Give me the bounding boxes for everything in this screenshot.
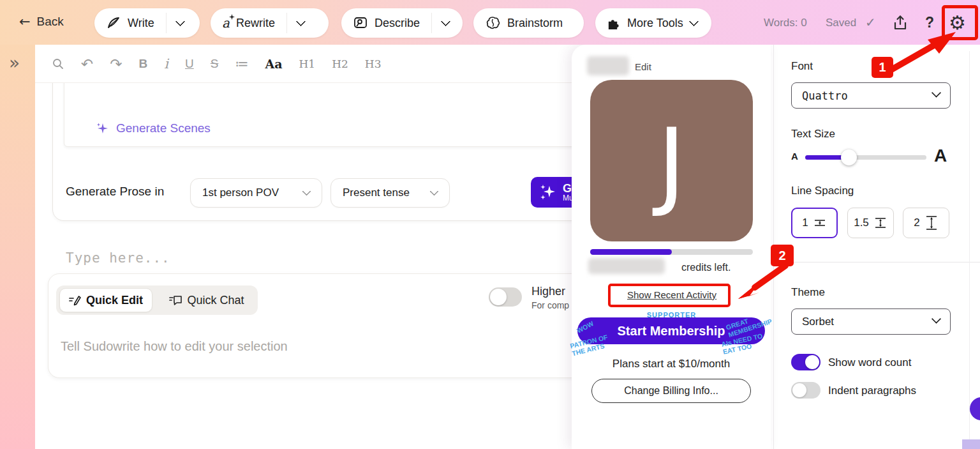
chevron-down-icon bbox=[932, 314, 942, 324]
describe-button[interactable]: Describe bbox=[341, 8, 431, 38]
editor-format-toolbar: ↶ ↷ B i U S ≔ Aa H1 H2 H3 bbox=[35, 45, 581, 83]
bold-button[interactable]: B bbox=[139, 57, 148, 71]
heading1-button[interactable]: H1 bbox=[299, 57, 316, 70]
text-size-min: A bbox=[791, 151, 798, 162]
pov-value: 1st person POV bbox=[202, 186, 279, 199]
avatar[interactable]: J bbox=[590, 80, 753, 241]
brainstorm-label: Brainstorm bbox=[507, 17, 563, 30]
scrollbar-track[interactable] bbox=[969, 51, 970, 441]
settings-divider bbox=[774, 262, 980, 263]
top-toolbar: ← Back Write a Rewrite bbox=[0, 0, 980, 45]
indent-paragraphs-label: Indent paragraphs bbox=[828, 384, 916, 397]
pov-dropdown[interactable]: 1st person POV bbox=[190, 178, 322, 208]
chevron-down-icon bbox=[932, 88, 942, 98]
redacted-username bbox=[587, 56, 629, 75]
brainstorm-button[interactable]: Brainstorm bbox=[473, 8, 584, 38]
credits-progress-fill bbox=[590, 249, 672, 255]
left-gradient-rail bbox=[0, 45, 35, 449]
generate-scenes-button[interactable]: Generate Scenes bbox=[96, 121, 211, 135]
quick-edit-input[interactable] bbox=[61, 336, 552, 356]
font-value: Quattro bbox=[802, 89, 848, 102]
rewrite-dropdown-button[interactable] bbox=[287, 8, 315, 38]
chevron-down-icon bbox=[688, 16, 699, 26]
underline-button[interactable]: U bbox=[185, 57, 194, 71]
rewrite-button[interactable]: a Rewrite bbox=[211, 8, 286, 38]
annotation-badge-2: 2 bbox=[771, 245, 794, 266]
higher-quality-toggle[interactable] bbox=[489, 287, 522, 307]
text-style-button[interactable]: Aa bbox=[265, 57, 282, 71]
tab-quick-edit-label: Quick Edit bbox=[86, 294, 143, 307]
text-size-slider-knob[interactable] bbox=[841, 149, 857, 165]
back-label: Back bbox=[37, 15, 64, 29]
heading2-button[interactable]: H2 bbox=[332, 57, 348, 70]
edit-profile-link[interactable]: Edit bbox=[635, 61, 651, 72]
bottom-lavender-strip bbox=[962, 439, 980, 449]
line-spacing-2-value: 2 bbox=[914, 217, 919, 229]
sparkles-icon bbox=[540, 183, 556, 201]
sudowrite-app: ← Back Write a Rewrite bbox=[0, 0, 980, 449]
line-spacing-15-button[interactable]: 1.5 bbox=[847, 208, 894, 238]
quick-edit-pen-icon bbox=[69, 294, 82, 306]
show-word-count-toggle[interactable] bbox=[791, 354, 820, 370]
text-size-max: A bbox=[934, 146, 947, 166]
avatar-letter: J bbox=[657, 110, 685, 211]
editor-placeholder[interactable]: Type here... bbox=[66, 250, 170, 266]
chevron-down-icon bbox=[296, 16, 306, 26]
more-tools-label: More Tools bbox=[627, 17, 683, 30]
font-select[interactable]: Quattro bbox=[791, 82, 951, 109]
write-dropdown-button[interactable] bbox=[167, 8, 194, 38]
chevron-down-icon bbox=[429, 186, 438, 195]
write-button-group: Write bbox=[94, 8, 200, 38]
line-spacing-label: Line Spacing bbox=[791, 185, 854, 197]
write-label: Write bbox=[128, 17, 154, 30]
plans-note: Plans start at $10/month bbox=[572, 358, 771, 370]
strikethrough-button[interactable]: S bbox=[211, 57, 219, 71]
theme-select[interactable]: Sorbet bbox=[791, 308, 951, 335]
tense-dropdown[interactable]: Present tense bbox=[330, 178, 450, 208]
back-button[interactable]: ← Back bbox=[19, 14, 64, 29]
describe-dropdown-button[interactable] bbox=[432, 8, 459, 38]
brain-icon bbox=[485, 15, 501, 31]
heading3-button[interactable]: H3 bbox=[365, 57, 382, 70]
change-billing-button[interactable]: Change Billing Info... bbox=[591, 379, 751, 403]
word-count-status: Words: 0 bbox=[764, 17, 807, 29]
credits-progress-bar bbox=[590, 249, 753, 255]
indent-paragraphs-toggle[interactable] bbox=[791, 382, 820, 399]
redacted-credits-amount bbox=[588, 258, 665, 274]
describe-magnifier-icon bbox=[353, 16, 368, 30]
line-spacing-1-value: 1 bbox=[802, 217, 808, 229]
more-tools-button[interactable]: More Tools bbox=[595, 8, 711, 38]
search-icon[interactable] bbox=[52, 57, 64, 70]
describe-label: Describe bbox=[375, 17, 420, 30]
credits-left-label: credits left. bbox=[681, 262, 731, 273]
expand-sidebar-icon[interactable]: » bbox=[9, 52, 18, 73]
show-word-count-label: Show word count bbox=[828, 356, 911, 369]
undo-icon[interactable]: ↶ bbox=[81, 56, 93, 72]
higher-quality-subtitle: For comp bbox=[531, 300, 569, 310]
line-spacing-2-button[interactable]: 2 bbox=[903, 208, 949, 238]
tab-quick-edit[interactable]: Quick Edit bbox=[59, 288, 152, 312]
tab-quick-chat[interactable]: Quick Chat bbox=[158, 288, 255, 312]
line-spacing-1-5-icon bbox=[873, 217, 887, 229]
generate-prose-label: Generate Prose in bbox=[66, 185, 164, 199]
chevron-down-icon bbox=[302, 186, 311, 195]
line-spacing-1-button[interactable]: 1 bbox=[791, 208, 838, 238]
italic-button[interactable]: i bbox=[164, 56, 168, 72]
write-button[interactable]: Write bbox=[94, 8, 166, 38]
change-billing-label: Change Billing Info... bbox=[624, 385, 718, 397]
rewrite-icon: a bbox=[222, 15, 230, 31]
puzzle-icon bbox=[607, 17, 620, 30]
line-spacing-double-icon bbox=[924, 215, 939, 231]
redo-icon[interactable]: ↷ bbox=[110, 56, 122, 72]
list-button[interactable]: ≔ bbox=[235, 56, 248, 72]
text-size-slider-track[interactable] bbox=[805, 155, 926, 160]
text-size-label: Text Size bbox=[791, 128, 835, 141]
tab-quick-chat-label: Quick Chat bbox=[187, 294, 244, 307]
line-spacing-single-icon bbox=[813, 217, 827, 229]
chevron-down-icon bbox=[175, 16, 185, 26]
line-spacing-15-value: 1.5 bbox=[854, 217, 869, 229]
theme-value: Sorbet bbox=[802, 316, 834, 328]
rewrite-button-group: a Rewrite bbox=[211, 8, 329, 38]
generate-scenes-label: Generate Scenes bbox=[116, 121, 211, 135]
start-membership-label: Start Membership bbox=[618, 324, 725, 339]
